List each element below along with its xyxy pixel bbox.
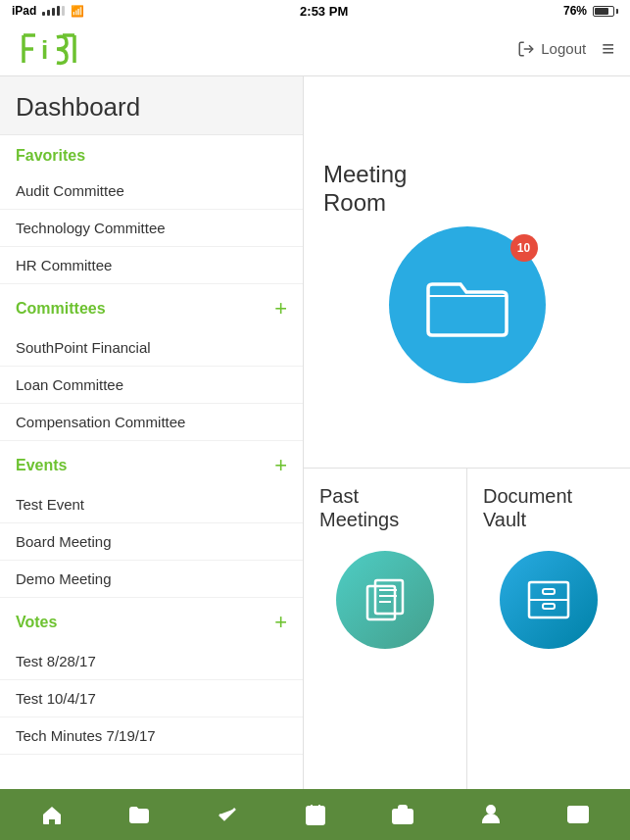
nav-calendar[interactable]: [271, 789, 360, 840]
logout-icon: [517, 40, 535, 58]
bottom-cards: PastMeetings DocumentVault: [304, 469, 630, 789]
menu-button[interactable]: ≡: [602, 36, 614, 62]
svg-point-16: [487, 806, 495, 814]
past-meetings-icon: [336, 551, 434, 649]
votes-label: Votes: [16, 614, 57, 631]
header: i Logout ≡: [0, 22, 630, 76]
votes-add-button[interactable]: +: [274, 610, 287, 635]
list-item[interactable]: Tech Minutes 7/19/17: [0, 717, 303, 755]
status-bar: iPad 📶 2:53 PM 76%: [0, 0, 630, 22]
vault-svg: [519, 570, 578, 629]
wifi-icon: 📶: [71, 5, 84, 18]
list-item[interactable]: Test Event: [0, 486, 303, 523]
svg-rect-11: [307, 807, 324, 824]
right-panel: MeetingRoom 10 PastMeetings: [304, 76, 630, 789]
list-item[interactable]: Demo Meeting: [0, 561, 303, 598]
status-left: iPad 📶: [12, 4, 84, 18]
logo: i: [16, 29, 94, 69]
meeting-room-title: MeetingRoom: [323, 161, 407, 218]
time-display: 2:53 PM: [300, 4, 348, 19]
notification-badge: 10: [510, 234, 538, 262]
svg-rect-9: [543, 589, 555, 594]
document-vault-card[interactable]: DocumentVault: [467, 469, 630, 789]
check-icon: [216, 803, 239, 826]
fis-logo-svg: i: [16, 29, 94, 69]
past-meetings-card[interactable]: PastMeetings: [304, 469, 467, 789]
battery-icon: [593, 6, 618, 17]
list-item[interactable]: Technology Committee: [0, 210, 303, 247]
committees-add-button[interactable]: +: [274, 296, 287, 321]
briefcase-icon: [391, 803, 414, 826]
document-vault-icon: [500, 551, 598, 649]
list-item[interactable]: SouthPoint Financial: [0, 329, 303, 367]
nav-person[interactable]: [447, 789, 535, 840]
svg-rect-15: [393, 810, 412, 823]
mail-icon: [566, 803, 590, 826]
events-label: Events: [16, 457, 67, 474]
nav-folder[interactable]: [96, 789, 184, 840]
documents-svg: [356, 570, 414, 629]
folder-svg: [423, 271, 511, 339]
bottom-navigation: [0, 789, 630, 840]
nav-home[interactable]: [8, 789, 96, 840]
svg-text:i: i: [41, 35, 48, 65]
favorites-label: Favorites: [16, 147, 85, 165]
header-right: Logout ≡: [517, 36, 614, 62]
sidebar: Dashboard Favorites Audit Committee Tech…: [0, 76, 304, 789]
calendar-icon: [304, 803, 327, 826]
favorites-section-header: Favorites: [0, 135, 303, 173]
signal-icon: [42, 6, 65, 16]
list-item[interactable]: HR Committee: [0, 247, 303, 284]
votes-section-header: Votes +: [0, 598, 303, 643]
committees-label: Committees: [16, 300, 106, 318]
document-vault-title: DocumentVault: [483, 484, 572, 531]
status-right: 76%: [563, 4, 618, 18]
events-add-button[interactable]: +: [274, 453, 287, 478]
device-label: iPad: [12, 4, 36, 18]
meeting-room-folder-icon: 10: [389, 226, 546, 383]
person-icon: [479, 803, 503, 826]
list-item[interactable]: Board Meeting: [0, 523, 303, 561]
list-item[interactable]: Loan Committee: [0, 367, 303, 404]
list-item[interactable]: Test 10/4/17: [0, 680, 303, 717]
list-item[interactable]: Audit Committee: [0, 173, 303, 210]
nav-briefcase[interactable]: [359, 789, 447, 840]
sidebar-title: Dashboard: [0, 76, 303, 135]
home-icon: [40, 803, 64, 826]
list-item[interactable]: Compensation Committee: [0, 404, 303, 441]
logout-button[interactable]: Logout: [517, 40, 586, 58]
committees-section-header: Committees +: [0, 284, 303, 329]
svg-rect-10: [543, 604, 555, 609]
logout-label: Logout: [541, 40, 586, 57]
folder-nav-icon: [127, 803, 151, 826]
battery-percentage: 76%: [563, 4, 587, 18]
nav-mail[interactable]: [534, 789, 622, 840]
nav-check[interactable]: [183, 789, 271, 840]
events-section-header: Events +: [0, 441, 303, 486]
main-content: Dashboard Favorites Audit Committee Tech…: [0, 76, 630, 789]
list-item[interactable]: Test 8/28/17: [0, 643, 303, 680]
meeting-room-card[interactable]: MeetingRoom 10: [304, 76, 630, 469]
past-meetings-title: PastMeetings: [319, 484, 399, 531]
